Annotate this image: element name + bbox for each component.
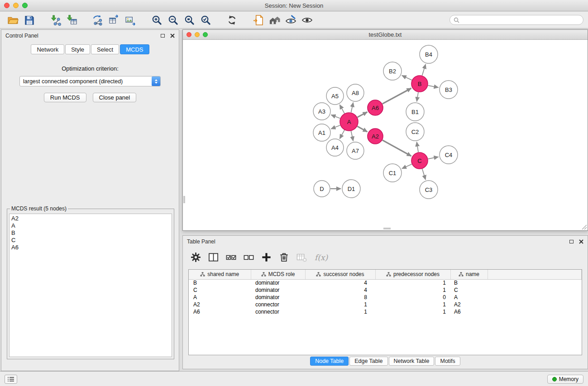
split-handle-horizontal[interactable] [383, 228, 391, 229]
open-folder-button[interactable] [5, 13, 21, 27]
delete-columns-button[interactable] [277, 251, 290, 263]
column-header-successor-nodes[interactable]: successor nodes [305, 270, 375, 279]
zoom-out-button[interactable] [165, 13, 181, 27]
cell-predecessor-nodes[interactable]: 1 [375, 308, 450, 315]
function-builder-button[interactable]: f(x) [313, 251, 330, 263]
network-node-C[interactable]: C [411, 152, 428, 169]
first-neighbors-button[interactable] [266, 13, 282, 27]
network-node-A8[interactable]: A8 [347, 84, 364, 101]
cell-successor-nodes[interactable]: 8 [305, 294, 375, 301]
network-edge-C-C1[interactable] [402, 164, 412, 169]
delete-table-button[interactable] [295, 251, 308, 263]
deselect-all-button[interactable] [242, 251, 255, 263]
cell-shared-name[interactable]: B [189, 279, 251, 286]
network-node-B[interactable]: B [411, 76, 428, 92]
network-node-A7[interactable]: A7 [347, 142, 364, 159]
mcds-result-item[interactable]: B [11, 229, 170, 237]
column-visibility-button[interactable] [207, 251, 220, 263]
network-edge-C-C4[interactable] [428, 157, 439, 159]
bird-eye-view-button[interactable] [299, 13, 315, 27]
graphics-details-button[interactable] [282, 13, 299, 27]
cell-mcds-role[interactable]: connector [251, 308, 305, 315]
export-table-button[interactable] [106, 13, 122, 27]
network-node-B4[interactable]: B4 [420, 45, 438, 63]
close-button[interactable] [4, 3, 10, 8]
minimize-button[interactable] [13, 3, 19, 8]
network-node-C4[interactable]: C4 [440, 146, 458, 164]
cell-successor-nodes[interactable]: 4 [305, 279, 375, 286]
cell-name[interactable]: B [450, 279, 488, 286]
import-table-button[interactable] [63, 13, 80, 27]
cell-predecessor-nodes[interactable]: 1 [375, 279, 450, 286]
import-network-button[interactable] [47, 13, 63, 27]
network-edge-A-A8[interactable] [351, 103, 354, 113]
zoom-fit-button[interactable] [181, 13, 197, 27]
cell-predecessor-nodes[interactable]: 1 [375, 301, 450, 308]
tab-select[interactable]: Select [91, 44, 119, 54]
cell-name[interactable]: C [450, 286, 488, 294]
cell-successor-nodes[interactable]: 1 [305, 301, 375, 308]
mcds-result-item[interactable]: A [11, 222, 170, 229]
network-minimize-button[interactable] [195, 32, 200, 37]
cell-predecessor-nodes[interactable]: 1 [375, 286, 450, 294]
select-all-button[interactable] [225, 251, 237, 263]
column-header-name[interactable]: name [450, 270, 488, 279]
cell-mcds-role[interactable]: dominator [251, 279, 305, 286]
task-history-button[interactable] [5, 375, 17, 384]
float-table-panel-icon[interactable] [569, 240, 574, 243]
network-edge-C-C3[interactable] [422, 169, 425, 180]
cell-mcds-role[interactable]: connector [251, 301, 305, 308]
tab-network[interactable]: Network [31, 44, 64, 54]
network-node-A4[interactable]: A4 [326, 139, 344, 156]
tab-style[interactable]: Style [65, 44, 90, 54]
network-node-A5[interactable]: A5 [326, 87, 344, 105]
network-edge-A-A3[interactable] [331, 115, 340, 119]
network-edge-A6-B[interactable] [382, 88, 411, 104]
save-session-button[interactable] [21, 13, 37, 27]
cell-name[interactable]: A6 [450, 308, 488, 315]
resize-grip-icon[interactable] [581, 224, 587, 230]
network-node-B2[interactable]: B2 [383, 62, 402, 80]
table-row[interactable]: Bdominator41B [189, 279, 582, 286]
network-edge-B-B4[interactable] [422, 64, 426, 76]
network-edge-B-B2[interactable] [402, 76, 412, 80]
network-node-A6[interactable]: A6 [368, 100, 383, 115]
network-node-B1[interactable]: B1 [406, 103, 424, 121]
network-edge-A-A1[interactable] [331, 125, 340, 129]
mcds-result-item[interactable]: C [11, 237, 170, 244]
zoom-window-button[interactable] [22, 3, 28, 8]
split-handle-vertical[interactable] [183, 196, 185, 203]
network-edge-B-B1[interactable] [417, 92, 418, 102]
tab-node-table[interactable]: Node Table [310, 357, 349, 366]
cell-shared-name[interactable]: A [189, 294, 251, 301]
column-header-mcds-role[interactable]: MCDS role [251, 270, 305, 279]
run-mcds-button[interactable]: Run MCDS [44, 93, 86, 102]
network-node-C2[interactable]: C2 [406, 123, 424, 141]
cell-mcds-role[interactable]: dominator [251, 286, 305, 294]
tab-edge-table[interactable]: Edge Table [349, 357, 387, 366]
network-node-D1[interactable]: D1 [342, 180, 360, 198]
tab-mcds[interactable]: MCDS [120, 44, 149, 54]
network-edge-A-A4[interactable] [340, 130, 345, 138]
cell-name[interactable]: A2 [450, 301, 488, 308]
network-edge-A-A2[interactable] [357, 126, 367, 132]
table-row[interactable]: Adominator80A [189, 294, 582, 301]
network-node-C3[interactable]: C3 [420, 181, 438, 199]
table-row[interactable]: A6connector11A6 [189, 308, 582, 315]
network-edge-A-A5[interactable] [340, 105, 345, 113]
table-settings-button[interactable] [189, 251, 202, 263]
mcds-result-item[interactable]: A2 [11, 215, 170, 222]
refresh-view-button[interactable] [224, 13, 240, 27]
network-node-A2[interactable]: A2 [368, 129, 383, 144]
column-header-predecessor-nodes[interactable]: predecessor nodes [375, 270, 450, 279]
close-panel-icon[interactable] [170, 33, 175, 38]
network-edge-C-C2[interactable] [417, 142, 419, 152]
network-node-A3[interactable]: A3 [313, 103, 330, 120]
cell-shared-name[interactable]: A6 [189, 308, 251, 315]
cell-shared-name[interactable]: A2 [189, 301, 251, 308]
float-panel-icon[interactable] [161, 34, 165, 38]
zoom-in-button[interactable] [148, 13, 165, 27]
network-node-B3[interactable]: B3 [440, 81, 458, 99]
network-close-button[interactable] [186, 32, 191, 37]
mcds-result-list[interactable]: A2ABCA6 [9, 214, 172, 357]
